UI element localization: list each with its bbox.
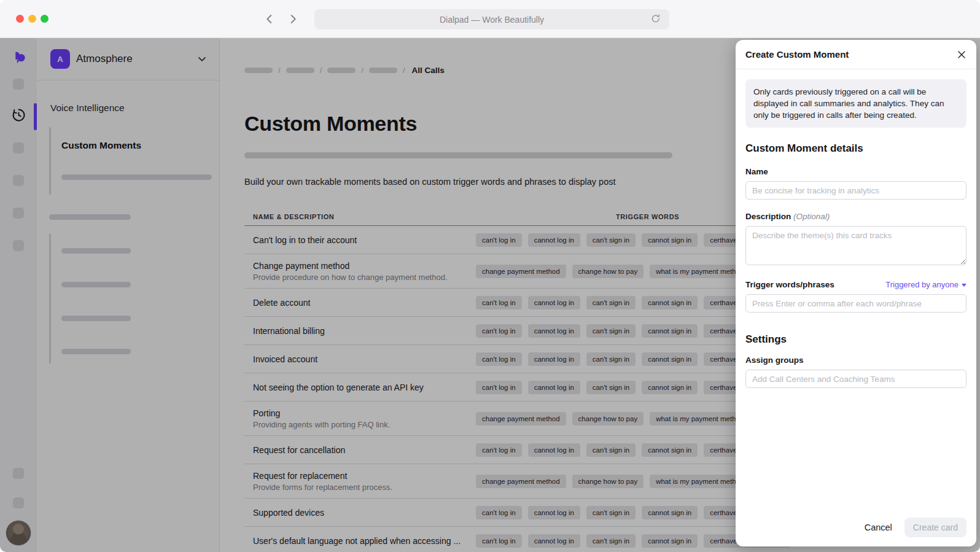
trigger-words-field[interactable] <box>745 294 966 313</box>
close-icon[interactable] <box>955 49 968 61</box>
drawer-title: Create Custom Moment <box>745 49 849 60</box>
close-window-button[interactable] <box>16 15 24 23</box>
browser-chrome: Dialpad — Work Beautifully <box>0 0 980 38</box>
info-notice: Only cards previously triggered on a cal… <box>745 79 966 128</box>
create-card-button[interactable]: Create card <box>904 518 966 537</box>
zoom-window-button[interactable] <box>41 15 49 23</box>
assign-groups-field[interactable] <box>745 370 966 388</box>
name-field[interactable] <box>745 181 966 200</box>
settings-heading: Settings <box>745 333 966 346</box>
assign-groups-label: Assign groups <box>745 356 966 365</box>
browser-back-icon[interactable] <box>263 12 276 26</box>
browser-forward-icon[interactable] <box>286 12 300 26</box>
browser-window: Dialpad — Work Beautifully <box>0 0 980 552</box>
name-label: Name <box>745 167 966 176</box>
drawer-header: Create Custom Moment <box>736 40 976 69</box>
address-bar[interactable]: Dialpad — Work Beautifully <box>314 9 669 29</box>
trigger-words-label: Trigger words/phrases <box>745 280 834 289</box>
drawer-footer: Cancel Create card <box>736 508 976 546</box>
details-heading: Custom Moment details <box>745 142 966 155</box>
triggered-by-dropdown[interactable]: Triggered by anyone <box>885 280 966 289</box>
cancel-button[interactable]: Cancel <box>865 523 892 532</box>
description-label: Description (Optional) <box>745 212 966 221</box>
create-custom-moment-drawer: Create Custom Moment Only cards previous… <box>736 40 976 546</box>
page-title-text: Dialpad — Work Beautifully <box>440 15 544 25</box>
minimize-window-button[interactable] <box>28 15 36 23</box>
traffic-lights <box>16 15 49 23</box>
reload-icon[interactable] <box>650 13 662 25</box>
optional-hint: (Optional) <box>793 212 830 221</box>
app-area: A Atmosphere Voice Intelligence Custom M… <box>0 38 980 552</box>
caret-down-icon <box>962 284 966 287</box>
description-field[interactable] <box>745 226 966 265</box>
